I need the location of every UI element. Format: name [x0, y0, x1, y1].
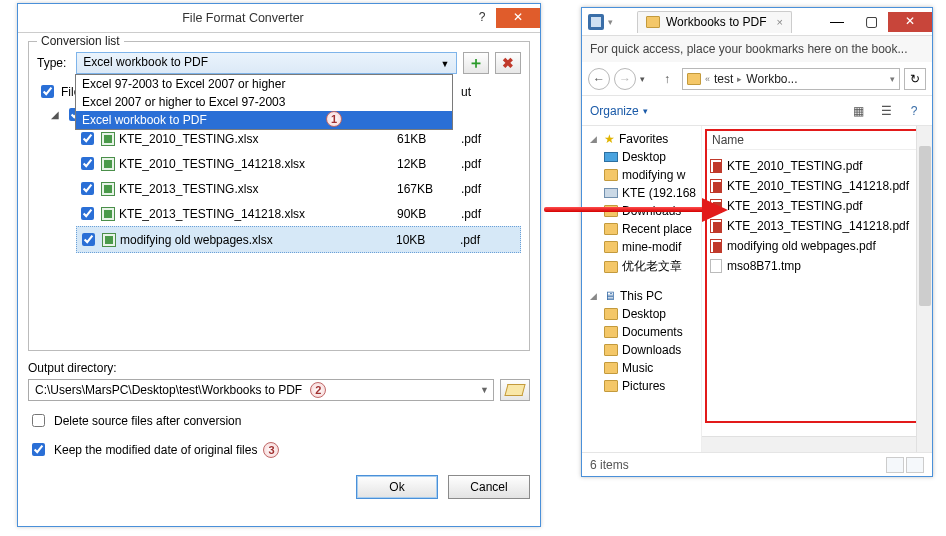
nav-item[interactable]: Desktop: [586, 148, 701, 166]
explorer-tab[interactable]: Workbooks to PDF ×: [637, 11, 792, 33]
file-out: .pdf: [461, 157, 521, 171]
back-button[interactable]: ←: [588, 68, 610, 90]
vertical-scrollbar[interactable]: [916, 126, 932, 452]
view-details-button[interactable]: ☰: [876, 102, 896, 120]
nav-item[interactable]: modifying w: [586, 166, 701, 184]
address-bar: ← → ▾ ↑ « test ▸ Workbo... ▾ ↻: [582, 62, 932, 96]
window-body: Conversion list Type: Excel workbook to …: [18, 32, 540, 509]
nav-thispc[interactable]: ◢🖥 This PC: [586, 287, 701, 305]
file-checkbox[interactable]: [81, 132, 94, 145]
nav-pane: ◢★ Favorites Desktop modifying w KTE (19…: [582, 126, 702, 452]
excel-icon: [101, 182, 115, 196]
help-button[interactable]: ?: [468, 8, 496, 28]
nav-favorites[interactable]: ◢★ Favorites: [586, 130, 701, 148]
output-dir-row: C:\Users\MarsPC\Desktop\test\Workbooks t…: [28, 379, 530, 401]
file-checkbox[interactable]: [81, 182, 94, 195]
folder-icon: [604, 308, 618, 320]
file-row[interactable]: KTE_2013_TESTING.xlsx 167KB .pdf: [77, 176, 521, 201]
file-row[interactable]: KTE_2010_TESTING_141218.xlsx 12KB .pdf: [77, 151, 521, 176]
help-icon[interactable]: ?: [904, 102, 924, 120]
chevron-down-icon[interactable]: ▾: [608, 17, 613, 27]
explorer-item[interactable]: KTE_2013_TESTING.pdf: [706, 196, 928, 216]
file-size: 12KB: [397, 157, 457, 171]
forward-button[interactable]: →: [614, 68, 636, 90]
ok-button[interactable]: Ok: [356, 475, 438, 499]
folder-icon: [604, 326, 618, 338]
icons-view-button[interactable]: [906, 457, 924, 473]
file-icon: [710, 259, 722, 273]
file-out: .pdf: [461, 132, 521, 146]
folder-icon: [646, 16, 660, 28]
add-button[interactable]: ＋: [463, 52, 489, 74]
details-view-button[interactable]: [886, 457, 904, 473]
pdf-icon: [710, 179, 722, 193]
close-tab-icon[interactable]: ×: [776, 16, 782, 28]
output-dir-input[interactable]: C:\Users\MarsPC\Desktop\test\Workbooks t…: [28, 379, 494, 401]
file-out: .pdf: [461, 207, 521, 221]
excel-icon: [101, 132, 115, 146]
view-switcher: [886, 457, 924, 473]
refresh-button[interactable]: ↻: [904, 68, 926, 90]
explorer-item[interactable]: mso8B71.tmp: [706, 256, 928, 276]
output-dir-label: Output directory:: [28, 361, 530, 375]
explorer-toolbar: Organize ▾ ▦ ☰ ?: [582, 96, 932, 126]
view-icons-button[interactable]: ▦: [848, 102, 868, 120]
group-legend: Conversion list: [37, 34, 124, 48]
file-row[interactable]: KTE_2013_TESTING_141218.xlsx 90KB .pdf: [77, 201, 521, 226]
nav-item[interactable]: mine-modif: [586, 238, 701, 256]
collapse-icon[interactable]: ◢: [51, 109, 61, 120]
file-name: KTE_2013_TESTING.xlsx: [119, 182, 393, 196]
nav-item[interactable]: Recent place: [586, 220, 701, 238]
file-row-selected[interactable]: modifying old webpages.xlsx 10KB .pdf: [76, 226, 521, 253]
chevron-down-icon: ▼: [438, 57, 452, 71]
minimize-button[interactable]: —: [820, 12, 854, 32]
scroll-thumb[interactable]: [919, 146, 931, 306]
address-box[interactable]: « test ▸ Workbo... ▾: [682, 68, 900, 90]
close-button[interactable]: ✕: [888, 12, 932, 32]
browse-button[interactable]: [500, 379, 530, 401]
tab-title: Workbooks to PDF: [666, 15, 766, 29]
folder-icon: [604, 169, 618, 181]
chevron-down-icon[interactable]: ▼: [480, 385, 489, 395]
column-header[interactable]: Name: [706, 130, 928, 150]
organize-menu[interactable]: Organize ▾: [590, 104, 648, 118]
close-button[interactable]: ✕: [496, 8, 540, 28]
explorer-item[interactable]: modifying old webpages.pdf: [706, 236, 928, 256]
file-checkbox[interactable]: [81, 157, 94, 170]
header-out-label: ut: [461, 85, 521, 99]
type-dropdown[interactable]: Excel workbook to PDF ▼: [76, 52, 457, 74]
explorer-item[interactable]: KTE_2013_TESTING_141218.pdf: [706, 216, 928, 236]
dropdown-option[interactable]: Excel 97-2003 to Excel 2007 or higher: [76, 75, 452, 93]
explorer-titlebar: ▾ Workbooks to PDF × — ▢ ✕: [582, 8, 932, 36]
folder-icon: [604, 241, 618, 253]
bookmark-bar: For quick access, place your bookmarks h…: [582, 36, 932, 62]
delete-source-checkbox[interactable]: [32, 414, 45, 427]
history-dropdown[interactable]: ▾: [640, 74, 652, 84]
explorer-item[interactable]: KTE_2010_TESTING.pdf: [706, 156, 928, 176]
file-checkbox[interactable]: [82, 233, 95, 246]
nav-item[interactable]: Music: [586, 359, 701, 377]
step-badge-1: 1: [326, 111, 342, 127]
nav-item[interactable]: 优化老文章: [586, 256, 701, 277]
folder-icon: [687, 73, 701, 85]
keep-date-checkbox[interactable]: [32, 443, 45, 456]
file-size: 167KB: [397, 182, 457, 196]
select-all-checkbox[interactable]: [41, 85, 54, 98]
nav-item[interactable]: Desktop: [586, 305, 701, 323]
cancel-button[interactable]: Cancel: [448, 475, 530, 499]
maximize-button[interactable]: ▢: [854, 12, 888, 32]
nav-item[interactable]: Pictures: [586, 377, 701, 395]
folder-icon: [604, 152, 618, 162]
excel-icon: [101, 157, 115, 171]
step-badge-3: 3: [263, 442, 279, 458]
dropdown-option-selected[interactable]: Excel workbook to PDF 1: [76, 111, 452, 129]
dropdown-option[interactable]: Excel 2007 or higher to Excel 97-2003: [76, 93, 452, 111]
up-button[interactable]: ↑: [656, 68, 678, 90]
horizontal-scrollbar[interactable]: [702, 436, 916, 452]
chevron-down-icon[interactable]: ▾: [890, 74, 895, 84]
nav-item[interactable]: Documents: [586, 323, 701, 341]
remove-button[interactable]: ✖: [495, 52, 521, 74]
explorer-item[interactable]: KTE_2010_TESTING_141218.pdf: [706, 176, 928, 196]
nav-item[interactable]: Downloads: [586, 341, 701, 359]
file-checkbox[interactable]: [81, 207, 94, 220]
